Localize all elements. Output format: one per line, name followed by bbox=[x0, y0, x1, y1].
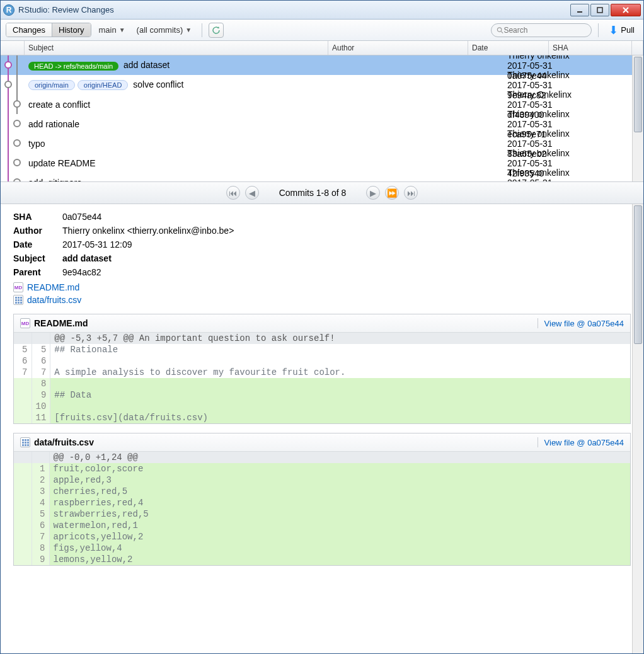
commit-author: Thierry onkelinx 2017-05-31 0aa221c6 bbox=[503, 168, 643, 182]
details-scrollbar[interactable] bbox=[632, 204, 643, 653]
line-num-new: 5 bbox=[32, 508, 49, 520]
markdown-file-icon: MD bbox=[20, 318, 30, 328]
changes-tab[interactable]: Changes bbox=[6, 23, 52, 37]
filter-dropdown[interactable]: (all commits)▼ bbox=[133, 24, 196, 36]
commit-subject: typo bbox=[25, 139, 503, 149]
minimize-button[interactable] bbox=[570, 4, 589, 16]
commit-subject: origin/mainorigin/HEAD solve conflict bbox=[25, 79, 503, 90]
titlebar[interactable]: R RStudio: Review Changes bbox=[1, 1, 643, 20]
commit-date: 2017-05-31 bbox=[507, 139, 588, 149]
rstudio-review-changes-window: R RStudio: Review Changes Changes Histor… bbox=[0, 0, 644, 654]
svg-point-8 bbox=[5, 62, 11, 68]
col-date[interactable]: Date bbox=[468, 41, 549, 55]
svg-point-4 bbox=[498, 27, 502, 31]
window-title: RStudio: Review Changes bbox=[18, 5, 570, 14]
pull-icon: ⬇ bbox=[609, 23, 618, 37]
pager-last[interactable]: ⏭ bbox=[404, 186, 418, 200]
pager-fwd[interactable]: ⏩ bbox=[385, 186, 399, 200]
graph-cell bbox=[1, 114, 25, 134]
diff-block: data/fruits.csv View file @ 0a075e44 @@ … bbox=[13, 433, 631, 566]
pager-prev[interactable]: ◀ bbox=[245, 186, 259, 200]
commit-history: Subject Author Date SHA HEAD -> refs/hea… bbox=[1, 41, 643, 181]
col-subject[interactable]: Subject bbox=[25, 41, 328, 55]
col-author[interactable]: Author bbox=[328, 41, 468, 55]
subject-value: add dataset bbox=[62, 253, 112, 263]
line-num-new: 6 bbox=[32, 520, 49, 531]
col-sha[interactable]: SHA bbox=[549, 41, 632, 55]
file-name: data/fruits.csv bbox=[27, 295, 81, 305]
ref-badge: origin/main bbox=[28, 80, 75, 90]
svg-point-14 bbox=[14, 101, 20, 107]
commit-date: 2017-05-31 bbox=[507, 178, 588, 182]
line-num-old bbox=[14, 463, 32, 474]
commit-date: 2017-05-31 bbox=[507, 100, 588, 110]
pager: ⏮ ◀ Commits 1-8 of 8 ▶ ⏩ ⏭ bbox=[1, 181, 643, 204]
parent-value: 9e94ac82 bbox=[62, 267, 101, 277]
changed-file-link[interactable]: data/fruits.csv bbox=[13, 295, 631, 305]
commit-date: 2017-05-31 bbox=[507, 60, 588, 71]
diff-file-name: data/fruits.csv bbox=[34, 437, 94, 447]
ref-badge: HEAD -> refs/heads/main bbox=[28, 62, 118, 71]
line-num-old bbox=[14, 412, 32, 423]
view-file-link[interactable]: View file @ 0a075e44 bbox=[544, 319, 624, 328]
history-header: Subject Author Date SHA bbox=[1, 41, 643, 55]
history-rows: HEAD -> refs/heads/main add dataset Thie… bbox=[1, 55, 643, 181]
scrollbar-thumb[interactable] bbox=[634, 57, 642, 132]
close-button[interactable] bbox=[611, 4, 641, 16]
diff-line: ## Rationale bbox=[50, 344, 630, 355]
line-num-new: 11 bbox=[32, 412, 50, 423]
sha-label: SHA bbox=[13, 212, 62, 222]
commit-subject: add .gitignore bbox=[25, 178, 503, 182]
filter-label: (all commits) bbox=[137, 25, 183, 35]
line-num-old bbox=[14, 531, 32, 542]
line-num-new: 5 bbox=[32, 344, 50, 355]
diff-header: data/fruits.csv View file @ 0a075e44 bbox=[14, 433, 630, 452]
diff-line: strawberries,red,5 bbox=[49, 508, 630, 520]
chevron-down-icon: ▼ bbox=[185, 26, 192, 33]
sha-value: 0a075e44 bbox=[62, 212, 101, 222]
csv-file-icon bbox=[13, 295, 23, 305]
graph-cell bbox=[1, 75, 25, 95]
svg-point-20 bbox=[14, 159, 20, 166]
view-segmented: Changes History bbox=[6, 23, 91, 37]
history-tab[interactable]: History bbox=[52, 23, 90, 37]
line-num-old bbox=[14, 401, 32, 412]
history-scrollbar[interactable] bbox=[632, 55, 643, 181]
diff-header: MDREADME.md View file @ 0a075e44 bbox=[14, 314, 630, 333]
date-value: 2017-05-31 12:09 bbox=[62, 239, 132, 250]
line-num-new: 2 bbox=[32, 474, 49, 486]
diff-line: A simple analysis to discover my favouri… bbox=[50, 367, 630, 378]
line-num-old bbox=[14, 520, 32, 531]
search-input[interactable] bbox=[503, 26, 586, 35]
commit-subject: add rationale bbox=[25, 119, 503, 129]
graph-cell bbox=[1, 173, 25, 181]
scrollbar-thumb[interactable] bbox=[634, 205, 642, 344]
maximize-button[interactable] bbox=[590, 4, 609, 16]
diff-file-name: README.md bbox=[34, 318, 88, 328]
search-box[interactable] bbox=[491, 23, 592, 37]
branch-dropdown[interactable]: main▼ bbox=[95, 24, 129, 36]
search-icon bbox=[497, 26, 503, 34]
diff-line: cherries,red,5 bbox=[49, 486, 630, 497]
view-file-link[interactable]: View file @ 0a075e44 bbox=[544, 438, 624, 447]
diff-table: @@ -5,3 +5,7 @@ An important question to… bbox=[14, 333, 630, 423]
diff-line: [fruits.csv](data/fruits.csv) bbox=[50, 412, 630, 423]
graph-cell bbox=[1, 55, 25, 75]
line-num-new: 9 bbox=[32, 554, 49, 565]
pull-button[interactable]: ⬇ Pull bbox=[605, 22, 638, 38]
svg-point-18 bbox=[14, 140, 20, 146]
diff-line: apricots,yellow,2 bbox=[49, 531, 630, 542]
commit-row[interactable]: add .gitignore Thierry onkelinx 2017-05-… bbox=[1, 173, 643, 181]
pager-next[interactable]: ▶ bbox=[366, 186, 380, 200]
line-num-new: 8 bbox=[32, 378, 50, 389]
branch-label: main bbox=[99, 25, 117, 35]
graph-cell bbox=[1, 153, 25, 173]
toolbar-divider bbox=[598, 23, 599, 37]
author-label: Author bbox=[13, 226, 62, 236]
changed-file-link[interactable]: MD README.md bbox=[13, 282, 631, 292]
refresh-icon bbox=[212, 26, 221, 35]
pager-first[interactable]: ⏮ bbox=[226, 186, 240, 200]
refresh-button[interactable] bbox=[209, 23, 224, 38]
pager-text: Commits 1-8 of 8 bbox=[279, 188, 347, 198]
line-num-old: 6 bbox=[14, 355, 32, 367]
